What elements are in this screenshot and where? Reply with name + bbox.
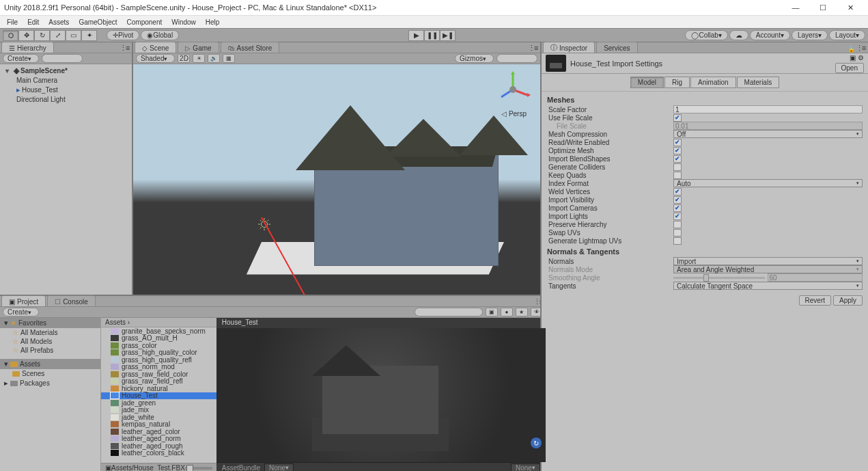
2d-toggle[interactable]: 2D (178, 54, 190, 63)
asset-row[interactable]: leather_aged_rough (101, 442, 216, 450)
search-folder-icon[interactable]: ▣ (486, 308, 498, 317)
asset-row[interactable]: jade_green (101, 399, 216, 407)
asset-row[interactable]: grass_high_quality_color (101, 349, 216, 357)
account-dropdown[interactable]: Account ▾ (750, 30, 790, 40)
animation-tab[interactable]: Animation (690, 77, 736, 88)
packages-folder[interactable]: ▸ Packages (0, 378, 100, 388)
close-button[interactable]: ✕ (837, 0, 864, 15)
import-lights-checkbox[interactable]: ✔ (673, 213, 682, 220)
maximize-button[interactable]: ☐ (809, 0, 837, 15)
asset-list[interactable]: granite_base_specks_normgrass_AO_mult_Hg… (101, 327, 216, 463)
inspector-options[interactable]: ⋮≡ (856, 44, 865, 53)
lightmap-uvs-checkbox[interactable] (673, 237, 682, 245)
minimize-button[interactable]: — (782, 0, 809, 15)
asset-row[interactable]: grass_high_quality_refl (101, 356, 216, 364)
hierarchy-tab[interactable]: ☰ Hierarchy (1, 42, 54, 53)
project-tab[interactable]: ▣ Project (1, 295, 46, 306)
revert-button[interactable]: Revert (799, 295, 831, 306)
layers-dropdown[interactable]: Layers ▾ (792, 30, 828, 40)
breadcrumb[interactable]: Assets › (101, 318, 216, 327)
game-tab[interactable]: ▷ Game (178, 42, 219, 53)
swap-uvs-checkbox[interactable] (673, 229, 682, 237)
transform-tool[interactable]: ✦ (81, 30, 97, 41)
collab-dropdown[interactable]: ◯ Collab ▾ (685, 30, 727, 40)
materials-tab[interactable]: Materials (737, 77, 780, 88)
scene-root[interactable]: ▾◈ SampleScene* (0, 66, 132, 76)
scale-factor-input[interactable] (673, 105, 863, 113)
import-visibility-checkbox[interactable]: ✔ (673, 196, 682, 204)
pause-button[interactable]: ❚❚ (424, 30, 440, 41)
asset-row[interactable]: grass_color (101, 342, 216, 349)
scene-tab[interactable]: ◇ Scene (135, 42, 176, 53)
hierarchy-create-dropdown[interactable]: Create ▾ (3, 54, 39, 63)
menu-help[interactable]: Help (201, 18, 224, 26)
menu-window[interactable]: Window (167, 18, 200, 26)
rect-tool[interactable]: ▭ (66, 30, 81, 41)
hierarchy-item[interactable]: ▸ House_Test (0, 85, 132, 95)
favorites-header[interactable]: ▾ ★ Favorites (0, 318, 100, 328)
assets-folder[interactable]: ▾ Assets (0, 359, 100, 369)
favorite-item[interactable]: ☆ All Models (0, 337, 100, 346)
keep-quads-checkbox[interactable] (673, 172, 682, 179)
asset-row[interactable]: jade_white (101, 414, 216, 421)
model-tab[interactable]: Model (630, 77, 664, 88)
persp-label[interactable]: ◁ Persp (501, 110, 527, 118)
asset-row[interactable]: hickory_natural (101, 385, 216, 392)
project-create-dropdown[interactable]: Create ▾ (3, 308, 39, 317)
services-tab[interactable]: Services (596, 42, 637, 53)
menu-assets[interactable]: Assets (44, 18, 73, 26)
favorite-item[interactable]: ☆ All Materials (0, 328, 100, 337)
blendshapes-checkbox[interactable]: ✔ (673, 155, 682, 163)
asset-row[interactable]: grass_AO_mult_H (101, 335, 216, 342)
layout-dropdown[interactable]: Layout ▾ (829, 30, 865, 40)
pivot-toggle[interactable]: ✛ Pivot (107, 30, 139, 40)
asset-row[interactable]: leather_aged_norm (101, 435, 216, 443)
asset-row[interactable]: kempas_natural (101, 421, 216, 429)
asset-row[interactable]: leather_colors_black (101, 450, 216, 457)
asset-row[interactable]: granite_base_specks_norm (101, 327, 216, 335)
hierarchy-search[interactable] (42, 54, 83, 63)
lock-icon[interactable]: 🔒 (848, 46, 856, 53)
assetstore-tab[interactable]: 🛍 Asset Store (221, 42, 280, 53)
assetbundle-variant[interactable]: None ▾ (511, 463, 540, 471)
normals-dropdown[interactable]: Import (673, 257, 863, 265)
asset-row[interactable]: House_Test (101, 392, 216, 400)
scene-search[interactable] (496, 54, 537, 63)
menu-edit[interactable]: Edit (23, 18, 43, 26)
hierarchy-item[interactable]: Main Camera (0, 76, 132, 85)
step-button[interactable]: ▶❚ (440, 30, 456, 41)
mesh-compression-dropdown[interactable]: Off (673, 130, 863, 138)
folder-item[interactable]: Scenes (0, 369, 100, 378)
index-format-dropdown[interactable]: Auto (673, 179, 863, 187)
menu-gameobject[interactable]: GameObject (74, 18, 121, 26)
preview-refresh-icon[interactable]: ↻ (531, 438, 542, 448)
weld-vertices-checkbox[interactable]: ✔ (673, 188, 682, 196)
apply-button[interactable]: Apply (833, 295, 863, 306)
fx-toggle[interactable]: ▦ (223, 54, 235, 63)
optimize-mesh-checkbox[interactable]: ✔ (673, 147, 682, 154)
rig-tab[interactable]: Rig (664, 77, 690, 88)
hierarchy-options[interactable]: ⋮≡ (120, 44, 129, 53)
global-toggle[interactable]: ◉ Global (141, 30, 179, 40)
shaded-dropdown[interactable]: Shaded ▾ (136, 54, 175, 63)
audio-toggle[interactable]: 🔊 (208, 54, 220, 63)
preserve-hierarchy-checkbox[interactable] (673, 221, 682, 228)
hand-tool[interactable] (3, 30, 18, 41)
scale-tool[interactable]: ⤢ (50, 30, 66, 41)
cloud-button[interactable]: ☁ (729, 30, 748, 40)
play-button[interactable]: ▶ (408, 30, 424, 41)
thumb-size-slider[interactable] (185, 467, 212, 470)
asset-row[interactable]: grass_norm_mod (101, 364, 216, 371)
scene-viewport[interactable]: ◁ Persp (133, 64, 540, 295)
tangents-dropdown[interactable]: Calculate Tangent Space (673, 282, 863, 290)
project-search[interactable] (415, 308, 483, 317)
menu-file[interactable]: File (3, 18, 22, 26)
help-icon[interactable]: ▣ (850, 54, 856, 62)
asset-row[interactable]: grass_raw_field_color (101, 371, 216, 378)
lighting-toggle[interactable]: ☀ (193, 54, 205, 63)
favorite-item[interactable]: ☆ All Prefabs (0, 346, 100, 355)
rotate-tool[interactable]: ↻ (34, 30, 50, 41)
preview-viewport[interactable]: ↻ (216, 328, 546, 462)
assetbundle-dropdown[interactable]: None ▾ (264, 463, 294, 471)
search-star-icon[interactable]: ★ (516, 308, 528, 317)
